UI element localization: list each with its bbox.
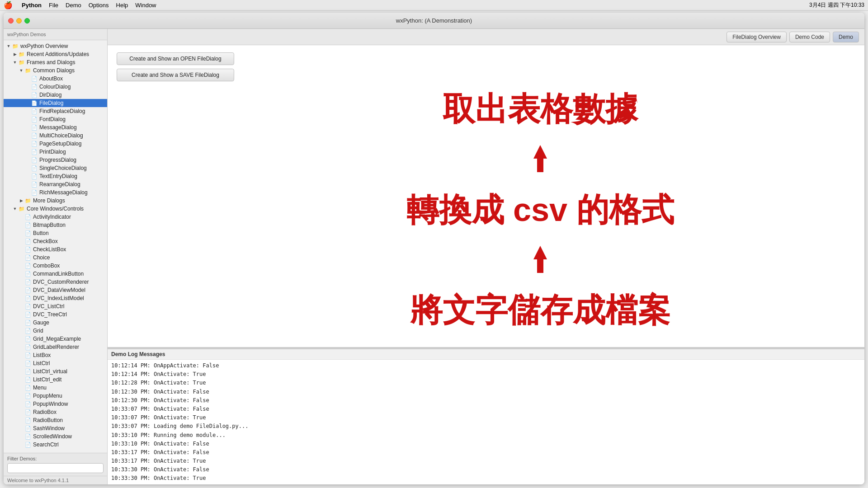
sidebar-item-scrolled-window[interactable]: 📄ScrolledWindow bbox=[4, 432, 107, 441]
sidebar-item-dvc-custom-renderer[interactable]: 📄DVC_CustomRenderer bbox=[4, 278, 107, 286]
sidebar-item-dvc-index-list-model[interactable]: 📄DVC_IndexListModel bbox=[4, 294, 107, 302]
file-icon: 📄 bbox=[31, 124, 38, 131]
sidebar-item-colour-dialog[interactable]: 📄ColourDialog bbox=[4, 83, 107, 91]
file-icon: 📄 bbox=[24, 263, 32, 269]
sidebar-item-grid-mega-example[interactable]: 📄Grid_MegaExample bbox=[4, 335, 107, 343]
sidebar-item-combo-box[interactable]: 📄ComboBox bbox=[4, 262, 107, 270]
sidebar-item-gauge[interactable]: 📄Gauge bbox=[4, 319, 107, 327]
sidebar-item-sash-window[interactable]: 📄SashWindow bbox=[4, 424, 107, 432]
sidebar-item-progress-dialog[interactable]: 📄ProgressDialog bbox=[4, 156, 107, 164]
folder-icon: 📁 bbox=[18, 206, 25, 212]
sidebar-item-button[interactable]: 📄Button bbox=[4, 229, 107, 237]
open-file-dialog-btn[interactable]: Create and Show an OPEN FileDialog bbox=[117, 52, 234, 65]
sidebar-tree[interactable]: ▼📁wxPython Overview▶📁Recent Additions/Up… bbox=[4, 40, 107, 453]
file-icon: 📄 bbox=[31, 108, 38, 114]
log-message: 10:33:30 PM: OnActivate: True bbox=[111, 474, 861, 483]
sidebar-item-text-entry-dialog[interactable]: 📄TextEntryDialog bbox=[4, 172, 107, 180]
sidebar-item-dvc-dataviewmodel[interactable]: 📄DVC_DataViewModel bbox=[4, 286, 107, 294]
file-icon: 📄 bbox=[24, 230, 32, 236]
sidebar-item-page-setup-dialog[interactable]: 📄PageSetupDialog bbox=[4, 140, 107, 148]
file-icon: 📄 bbox=[24, 401, 32, 407]
sidebar-item-file-dialog[interactable]: 📄FileDialog bbox=[4, 99, 107, 107]
tree-label-rearrange-dialog: RearrangeDialog bbox=[39, 181, 80, 188]
tree-label-print-dialog: PrintDialog bbox=[39, 149, 66, 155]
tree-label-wxpython-overview: wxPython Overview bbox=[20, 43, 68, 49]
menu-help[interactable]: Help bbox=[116, 2, 128, 9]
tree-label-grid-label-renderer: GridLabelRenderer bbox=[33, 344, 79, 350]
file-icon: 📄 bbox=[24, 254, 32, 261]
sidebar-item-dir-dialog[interactable]: 📄DirDialog bbox=[4, 91, 107, 99]
sidebar-item-search-ctrl[interactable]: 📄SearchCtrl bbox=[4, 441, 107, 449]
menu-bar-right: 3月4日 週四 下午10:33 bbox=[809, 1, 864, 9]
sidebar-item-popup-menu[interactable]: 📄PopupMenu bbox=[4, 392, 107, 400]
sidebar-footer: Filter Demos: 🔍 bbox=[4, 453, 107, 476]
chinese-text-2: 轉換成 csv 的格式 bbox=[406, 190, 674, 229]
sidebar-item-common-dialogs[interactable]: ▼📁Common Dialogs bbox=[4, 66, 107, 75]
tree-label-single-choice-dialog: SingleChoiceDialog bbox=[39, 165, 87, 171]
file-icon: 📄 bbox=[24, 393, 32, 399]
sidebar-item-radio-box[interactable]: 📄RadioBox bbox=[4, 408, 107, 416]
tree-label-core-windows-controls: Core Windows/Controls bbox=[27, 206, 84, 212]
main-content: FileDialog Overview Demo Code Demo Creat… bbox=[108, 29, 864, 484]
file-dialog-overview-btn[interactable]: FileDialog Overview bbox=[726, 32, 787, 42]
sidebar-item-more-dialogs[interactable]: ▶📁More Dialogs bbox=[4, 197, 107, 205]
sidebar-item-dvc-tree-ctrl[interactable]: 📄DVC_TreeCtrl bbox=[4, 310, 107, 319]
maximize-button[interactable] bbox=[24, 18, 30, 23]
sidebar-item-recent-additions[interactable]: ▶📁Recent Additions/Updates bbox=[4, 50, 107, 58]
log-message: 10:33:33 PM: OnActivate: False bbox=[111, 483, 861, 484]
tree-label-scrolled-window: ScrolledWindow bbox=[33, 433, 72, 440]
tree-label-text-entry-dialog: TextEntryDialog bbox=[39, 173, 77, 179]
sidebar-item-list-ctrl-edit[interactable]: 📄ListCtrl_edit bbox=[4, 375, 107, 384]
sidebar-item-check-list-box[interactable]: 📄CheckListBox bbox=[4, 245, 107, 253]
sidebar-item-dvc-list-ctrl[interactable]: 📄DVC_ListCtrl bbox=[4, 302, 107, 310]
tree-label-list-ctrl-edit: ListCtrl_edit bbox=[33, 376, 61, 383]
sidebar-item-message-dialog[interactable]: 📄MessageDialog bbox=[4, 123, 107, 131]
menu-window[interactable]: Window bbox=[135, 2, 156, 9]
close-button[interactable] bbox=[8, 18, 14, 23]
sidebar-item-print-dialog[interactable]: 📄PrintDialog bbox=[4, 148, 107, 156]
sidebar-item-rearrange-dialog[interactable]: 📄RearrangeDialog bbox=[4, 180, 107, 188]
sidebar-item-list-box[interactable]: 📄ListBox bbox=[4, 351, 107, 359]
log-message: 10:33:17 PM: OnActivate: False bbox=[111, 448, 861, 457]
sidebar-item-popup-window[interactable]: 📄PopupWindow bbox=[4, 400, 107, 408]
minimize-button[interactable] bbox=[16, 18, 22, 23]
sidebar-item-single-choice-dialog[interactable]: 📄SingleChoiceDialog bbox=[4, 164, 107, 172]
sidebar-item-activity-indicator[interactable]: 📄ActivityIndicator bbox=[4, 213, 107, 221]
sidebar-item-font-dialog[interactable]: 📄FontDialog bbox=[4, 115, 107, 123]
sidebar-item-multichoice-dialog[interactable]: 📄MultiChoiceDialog bbox=[4, 131, 107, 140]
sidebar-item-frames-and-dialogs[interactable]: ▼📁Frames and Dialogs bbox=[4, 58, 107, 66]
sidebar-item-list-ctrl-virtual[interactable]: 📄ListCtrl_virtual bbox=[4, 367, 107, 375]
tree-label-rich-message-dialog: RichMessageDialog bbox=[39, 189, 88, 196]
sidebar-item-core-windows-controls[interactable]: ▼📁Core Windows/Controls bbox=[4, 205, 107, 213]
chinese-text-1: 取出表格數據 bbox=[443, 89, 638, 128]
sidebar-item-wxpython-overview[interactable]: ▼📁wxPython Overview bbox=[4, 42, 107, 50]
sidebar-item-grid[interactable]: 📄Grid bbox=[4, 327, 107, 335]
sidebar-item-grid-label-renderer[interactable]: 📄GridLabelRenderer bbox=[4, 343, 107, 351]
sidebar-item-command-link-button[interactable]: 📄CommandLinkButton bbox=[4, 270, 107, 278]
filter-label: Filter Demos: bbox=[7, 456, 104, 461]
filter-input[interactable] bbox=[7, 463, 104, 473]
sidebar-item-choice[interactable]: 📄Choice bbox=[4, 253, 107, 262]
file-icon: 📄 bbox=[31, 165, 38, 171]
sidebar-item-menu[interactable]: 📄Menu bbox=[4, 384, 107, 392]
sidebar-item-radio-button[interactable]: 📄RadioButton bbox=[4, 416, 107, 424]
sidebar-item-check-box[interactable]: 📄CheckBox bbox=[4, 237, 107, 245]
sidebar-item-find-replace-dialog[interactable]: 📄FindReplaceDialog bbox=[4, 107, 107, 115]
sidebar-item-about-box[interactable]: 📄AboutBox bbox=[4, 75, 107, 83]
log-message: 10:33:10 PM: Running demo module... bbox=[111, 431, 861, 440]
apple-menu[interactable]: 🍎 bbox=[4, 1, 13, 9]
menu-options[interactable]: Options bbox=[89, 2, 109, 9]
menu-file[interactable]: File bbox=[49, 2, 58, 9]
log-messages[interactable]: 10:12:14 PM: OnAppActivate: False10:12:1… bbox=[108, 360, 864, 484]
file-icon: 📄 bbox=[24, 319, 32, 326]
file-icon: 📄 bbox=[24, 368, 32, 375]
title-bar: wxPython: (A Demonstration) bbox=[4, 13, 864, 29]
file-icon: 📄 bbox=[24, 344, 32, 350]
demo-code-btn[interactable]: Demo Code bbox=[789, 32, 830, 42]
save-file-dialog-btn[interactable]: Create and Show a SAVE FileDialog bbox=[117, 69, 234, 81]
menu-demo[interactable]: Demo bbox=[66, 2, 81, 9]
sidebar-item-bitmap-button[interactable]: 📄BitmapButton bbox=[4, 221, 107, 229]
sidebar-item-rich-message-dialog[interactable]: 📄RichMessageDialog bbox=[4, 188, 107, 197]
sidebar-item-list-ctrl[interactable]: 📄ListCtrl bbox=[4, 359, 107, 367]
demo-btn[interactable]: Demo bbox=[833, 32, 859, 42]
